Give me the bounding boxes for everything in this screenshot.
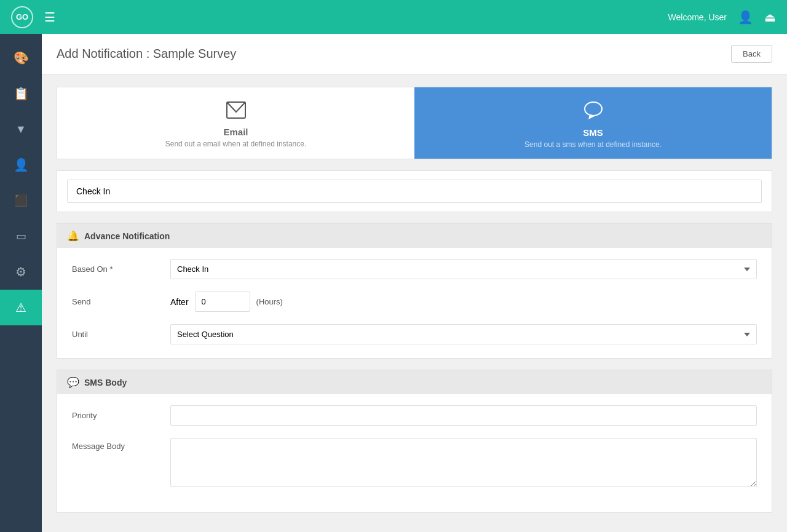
priority-control bbox=[170, 405, 757, 426]
page-header: Add Notification : Sample Survey Back bbox=[42, 34, 787, 74]
send-control: After (Hours) bbox=[170, 292, 757, 312]
advance-notification-card: 🔔 Advance Notification Based On * Check … bbox=[57, 223, 772, 359]
message-textarea[interactable] bbox=[170, 438, 757, 487]
priority-row: Priority bbox=[72, 405, 757, 426]
layers-icon: ⬛ bbox=[14, 194, 28, 207]
after-input[interactable] bbox=[195, 292, 250, 312]
sms-body-header: 💬 SMS Body bbox=[57, 370, 772, 394]
topbar-right: Welcome, User 👤 ⏏ bbox=[668, 10, 776, 25]
email-tab-label: Email bbox=[223, 127, 248, 137]
sidebar-item-filter[interactable]: ▼ bbox=[0, 111, 42, 147]
message-label: Message Body bbox=[72, 438, 170, 451]
sms-tab-desc: Send out a sms when at defined instance. bbox=[524, 140, 662, 149]
sidebar-item-users[interactable]: 👤 bbox=[0, 147, 42, 183]
send-label: Send bbox=[72, 297, 170, 306]
main-content: Add Notification : Sample Survey Back Em… bbox=[42, 34, 787, 532]
sidebar-item-reports[interactable]: 📋 bbox=[0, 76, 42, 111]
message-control bbox=[170, 438, 757, 489]
sms-body-label: SMS Body bbox=[84, 378, 127, 387]
view-icon: ▭ bbox=[16, 229, 26, 243]
user-icon[interactable]: 👤 bbox=[738, 10, 753, 25]
sms-body-content: Priority Message Body bbox=[57, 394, 772, 512]
sidebar-item-dashboard[interactable]: 🎨 bbox=[0, 40, 42, 76]
notification-title-input[interactable] bbox=[67, 180, 762, 203]
notification-title-card bbox=[57, 170, 772, 212]
message-row: Message Body bbox=[72, 438, 757, 489]
send-inline: After (Hours) bbox=[170, 292, 757, 312]
advance-notification-body: Based On * Check In Check Out Custom Sen… bbox=[57, 248, 772, 358]
priority-label: Priority bbox=[72, 411, 170, 420]
sidebar-item-view[interactable]: ▭ bbox=[0, 218, 42, 254]
hours-label: (Hours) bbox=[256, 297, 283, 306]
send-row: Send After (Hours) bbox=[72, 292, 757, 312]
back-button[interactable]: Back bbox=[731, 45, 772, 63]
welcome-text: Welcome, User bbox=[668, 12, 727, 22]
email-tab-desc: Send out a email when at defined instanc… bbox=[165, 140, 307, 148]
based-on-select[interactable]: Check In Check Out Custom bbox=[170, 259, 757, 279]
priority-input[interactable] bbox=[170, 405, 757, 426]
chat-icon: 💬 bbox=[67, 376, 79, 388]
sidebar-item-settings[interactable]: ⚙ bbox=[0, 254, 42, 290]
content-area: Email Send out a email when at defined i… bbox=[42, 74, 787, 532]
page-title: Add Notification : Sample Survey bbox=[57, 47, 236, 61]
sms-body-card: 💬 SMS Body Priority Message Body bbox=[57, 370, 772, 513]
tab-email[interactable]: Email Send out a email when at defined i… bbox=[57, 87, 414, 159]
svg-point-1 bbox=[585, 102, 602, 116]
bell-icon: 🔔 bbox=[67, 230, 79, 242]
reports-icon: 📋 bbox=[14, 86, 29, 101]
topbar: GO ☰ Welcome, User 👤 ⏏ bbox=[0, 0, 787, 34]
tab-row: Email Send out a email when at defined i… bbox=[57, 87, 772, 159]
users-icon: 👤 bbox=[14, 157, 29, 172]
dashboard-icon: 🎨 bbox=[14, 50, 29, 65]
email-tab-icon bbox=[226, 101, 246, 123]
topbar-left: GO ☰ bbox=[11, 6, 55, 28]
until-control: Select Question bbox=[170, 324, 757, 344]
based-on-control: Check In Check Out Custom bbox=[170, 259, 757, 279]
notifications-icon: ⚠ bbox=[15, 300, 26, 315]
based-on-row: Based On * Check In Check Out Custom bbox=[72, 259, 757, 279]
logout-icon[interactable]: ⏏ bbox=[764, 10, 776, 25]
based-on-label: Based On * bbox=[72, 264, 170, 274]
after-label: After bbox=[170, 297, 189, 307]
advance-notification-label: Advance Notification bbox=[84, 231, 170, 241]
advance-notification-header: 🔔 Advance Notification bbox=[57, 224, 772, 248]
until-row: Until Select Question bbox=[72, 324, 757, 344]
sms-tab-label: SMS bbox=[583, 127, 603, 138]
tab-sms[interactable]: SMS Send out a sms when at defined insta… bbox=[414, 87, 772, 159]
sms-tab-icon bbox=[583, 101, 603, 124]
settings-icon: ⚙ bbox=[15, 264, 26, 279]
action-row: Save Cancel bbox=[57, 524, 772, 532]
sidebar-item-layers[interactable]: ⬛ bbox=[0, 183, 42, 218]
filter-icon: ▼ bbox=[15, 123, 26, 136]
sidebar: 🎨 📋 ▼ 👤 ⬛ ▭ ⚙ ⚠ bbox=[0, 34, 42, 532]
until-label: Until bbox=[72, 330, 170, 339]
until-select[interactable]: Select Question bbox=[170, 324, 757, 344]
sidebar-item-notifications[interactable]: ⚠ bbox=[0, 290, 42, 325]
menu-icon[interactable]: ☰ bbox=[44, 10, 55, 25]
app-logo[interactable]: GO bbox=[11, 6, 33, 28]
